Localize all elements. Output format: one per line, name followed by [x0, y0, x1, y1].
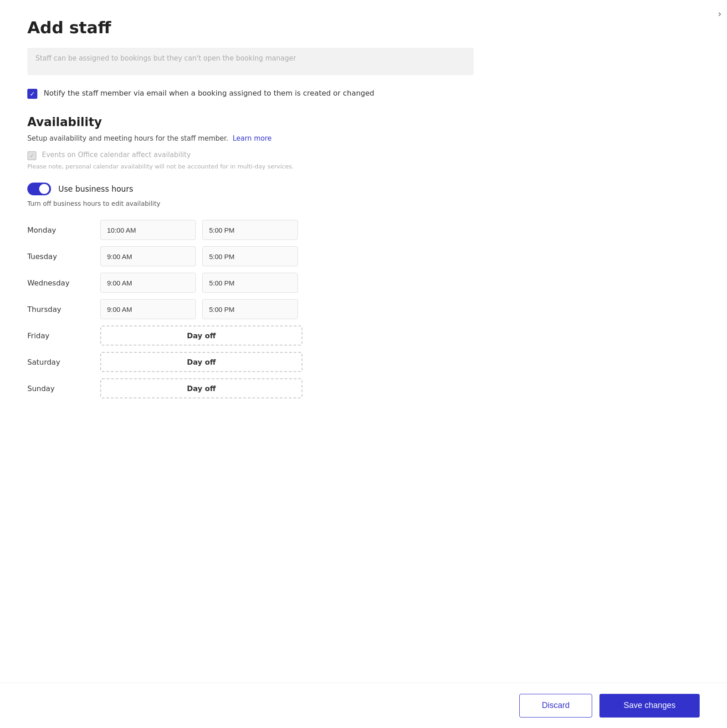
end-time-input[interactable] [202, 299, 298, 319]
end-time-input[interactable] [202, 273, 298, 293]
office-calendar-label: Events on Office calendar affect availab… [42, 151, 191, 159]
page-title: Add staff [27, 18, 474, 37]
chevron-right-icon[interactable]: › [718, 8, 722, 19]
toggle-knob [39, 184, 49, 194]
discard-button[interactable]: Discard [519, 694, 592, 718]
schedule-row: Wednesday [27, 273, 346, 293]
notify-label: Notify the staff member via email when a… [44, 88, 374, 99]
day-off-box[interactable]: Day off [100, 378, 302, 398]
day-label: Monday [27, 226, 100, 234]
end-time-input[interactable] [202, 220, 298, 240]
schedule-table: MondayTuesdayWednesdayThursdayFridayDay … [27, 220, 346, 398]
availability-description: Setup availability and meeting hours for… [27, 134, 474, 143]
day-off-box[interactable]: Day off [100, 326, 302, 346]
office-calendar-note: Please note, personal calendar availabil… [27, 163, 474, 170]
notify-row: ✓ Notify the staff member via email when… [27, 88, 474, 99]
main-container: Add staff Staff can be assigned to booki… [0, 0, 501, 459]
office-calendar-checkbox: ✓ [27, 151, 36, 160]
start-time-input[interactable] [100, 299, 196, 319]
start-time-input[interactable] [100, 273, 196, 293]
toggle-hint: Turn off business hours to edit availabi… [27, 200, 474, 207]
schedule-row: Thursday [27, 299, 346, 319]
day-off-box[interactable]: Day off [100, 352, 302, 372]
notify-checkbox[interactable]: ✓ [27, 89, 37, 99]
disabled-checkmark-icon: ✓ [30, 153, 34, 159]
start-time-input[interactable] [100, 246, 196, 266]
availability-title: Availability [27, 115, 474, 129]
schedule-row: Monday [27, 220, 346, 240]
toggle-label: Use business hours [58, 184, 133, 193]
start-time-input[interactable] [100, 220, 196, 240]
office-calendar-row: ✓ Events on Office calendar affect avail… [27, 151, 474, 160]
description-text: Staff can be assigned to bookings but th… [36, 54, 296, 62]
save-button[interactable]: Save changes [599, 694, 700, 718]
day-label: Thursday [27, 305, 100, 314]
end-time-input[interactable] [202, 246, 298, 266]
toggle-row: Use business hours [27, 183, 474, 195]
learn-more-link[interactable]: Learn more [233, 134, 272, 143]
day-label: Saturday [27, 358, 100, 367]
day-label: Wednesday [27, 279, 100, 287]
schedule-row: SundayDay off [27, 378, 346, 398]
day-label: Friday [27, 331, 100, 340]
schedule-row: SaturdayDay off [27, 352, 346, 372]
checkmark-icon: ✓ [30, 90, 35, 97]
description-box: Staff can be assigned to bookings but th… [27, 48, 474, 75]
business-hours-toggle[interactable] [27, 183, 51, 195]
schedule-row: FridayDay off [27, 326, 346, 346]
day-label: Sunday [27, 384, 100, 393]
schedule-row: Tuesday [27, 246, 346, 266]
footer-bar: Discard Save changes [0, 682, 727, 728]
day-label: Tuesday [27, 252, 100, 261]
